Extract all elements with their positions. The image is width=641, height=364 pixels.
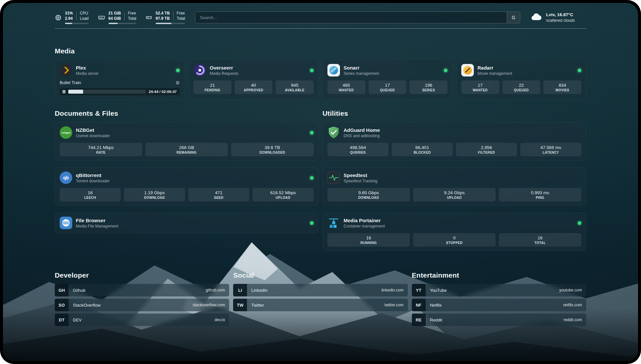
weather-widget: Lviv, 16.87°C scattered clouds bbox=[530, 12, 586, 23]
app-card-plex[interactable]: Plex Media server Bullet Train ⚙ bbox=[55, 60, 185, 100]
bookmark-reddit[interactable]: RE Reddit reddit.com bbox=[412, 314, 586, 326]
nzbget-icon: nzbget bbox=[60, 126, 72, 139]
bookmarks-social: Social LI LinkedIn linkedin.com TW Twitt… bbox=[233, 271, 408, 328]
section-title-developer: Developer bbox=[55, 271, 229, 279]
stat-value: 47.569 ms bbox=[522, 145, 580, 150]
app-card-overseerr[interactable]: Overseerr Media Requests 21 PENDING bbox=[189, 60, 319, 100]
stat-wanted: 485 WANTED bbox=[327, 80, 365, 94]
disk-total-value: 97.9 TB bbox=[156, 16, 170, 21]
bookmark-abbr: SO bbox=[55, 299, 69, 311]
app-name: Plex bbox=[76, 65, 99, 71]
app-subtitle: Media server bbox=[76, 71, 99, 76]
bookmark-twitter[interactable]: TW Twitter twitter.com bbox=[233, 299, 408, 311]
status-dot bbox=[176, 69, 180, 72]
cpu-label-bottom: Load bbox=[80, 16, 89, 21]
app-name: Overseerr bbox=[210, 65, 238, 71]
bookmark-youtube[interactable]: YT YouTube youtube.com bbox=[412, 284, 586, 296]
playback-progress-fill bbox=[68, 90, 83, 94]
bookmark-url: twitter.com bbox=[384, 303, 403, 307]
stat-download: 9.65 Gbps DOWNLOAD bbox=[327, 188, 410, 201]
app-subtitle: Series management bbox=[344, 71, 379, 76]
search-engine-button[interactable]: G bbox=[507, 12, 520, 23]
status-dot bbox=[578, 69, 581, 72]
bookmark-netflix[interactable]: NF Netflix netflix.com bbox=[412, 299, 586, 311]
cloud-icon bbox=[530, 12, 542, 23]
memory-free-value: 21 GiB bbox=[108, 11, 121, 16]
stat-label: MOVIES bbox=[545, 88, 580, 92]
stat-value: 16 bbox=[329, 235, 409, 240]
memory-progress-fill bbox=[108, 23, 118, 24]
pause-button[interactable] bbox=[63, 90, 65, 93]
bookmark-abbr: DT bbox=[55, 314, 69, 326]
app-card-nzbget[interactable]: nzbget NZBGet Usenet downloader 744.21 M… bbox=[55, 122, 319, 161]
top-bar: 31% 2.94 CPU Load bbox=[55, 11, 586, 24]
playback-progress-track[interactable] bbox=[68, 90, 146, 94]
stat-downloaded: 39.6 TB DOWNLOADED bbox=[231, 143, 314, 156]
cpu-usage-value: 31% bbox=[65, 11, 73, 16]
bookmarks-entertainment: Entertainment YT YouTube youtube.com NF … bbox=[412, 271, 586, 328]
search-bar[interactable]: G bbox=[195, 12, 520, 23]
stat-ping: 0.993 ms PING bbox=[499, 188, 581, 201]
disk-label-bottom: Total bbox=[177, 16, 185, 21]
stat-running: 16 RUNNING bbox=[327, 233, 410, 247]
bookmark-name: YouTube bbox=[430, 288, 447, 293]
gear-icon[interactable]: ⚙ bbox=[175, 80, 180, 85]
app-card-adguard[interactable]: AdGuard Home DNS and adblocking 498,564 … bbox=[322, 122, 586, 161]
stat-label: BLOCKED bbox=[393, 151, 451, 154]
stat-label: WANTED bbox=[463, 88, 498, 92]
bookmark-abbr: LI bbox=[233, 284, 247, 296]
stat-remaining: 266 GB REMAINING bbox=[145, 143, 228, 156]
app-name: Radarr bbox=[477, 65, 512, 71]
stat-value: 2,956 bbox=[457, 145, 516, 150]
section-title-social: Social bbox=[233, 271, 408, 279]
filebrowser-icon bbox=[60, 217, 72, 229]
bookmark-abbr: NF bbox=[412, 299, 426, 311]
stat-label: LATENCY bbox=[522, 151, 580, 154]
status-dot bbox=[444, 69, 447, 72]
memory-icon bbox=[98, 14, 105, 21]
app-card-radarr[interactable]: Radarr Movie management 17 WANTED 2 bbox=[456, 60, 586, 100]
app-card-qbittorrent[interactable]: qb qBittorrent Torrent downloader 16 LEE… bbox=[55, 167, 319, 206]
stat-value: 39.6 TB bbox=[232, 145, 312, 150]
section-title-entertainment: Entertainment bbox=[412, 271, 586, 279]
search-input[interactable] bbox=[195, 12, 507, 23]
stat-value: 834 bbox=[545, 83, 580, 88]
memory-label-bottom: Total bbox=[128, 16, 136, 21]
widget-divider bbox=[124, 12, 125, 20]
app-card-speedtest[interactable]: Speedtest Speedtest Tracking 9.65 Gbps D… bbox=[322, 167, 586, 206]
bookmark-stackoverflow[interactable]: SO StackOverflow stackoverflow.com bbox=[55, 299, 229, 311]
stat-download: 1.19 Gbps DOWNLOAD bbox=[124, 188, 185, 201]
stat-label: DOWNLOAD bbox=[329, 196, 409, 199]
app-card-sonarr[interactable]: Sonarr Series management 485 WANTED bbox=[322, 60, 452, 100]
weather-condition: scattered clouds bbox=[546, 18, 575, 23]
bookmark-abbr: TW bbox=[233, 299, 247, 311]
app-card-portainer[interactable]: Media Portainer Container management 16 … bbox=[322, 212, 586, 251]
bookmark-name: Netflix bbox=[430, 303, 442, 308]
app-name: Media Portainer bbox=[344, 218, 385, 223]
bookmark-name: Github bbox=[73, 288, 85, 293]
memory-total-value: 64 GiB bbox=[108, 16, 121, 21]
stat-label: LEECH bbox=[61, 196, 119, 199]
app-name: NZBGet bbox=[76, 127, 110, 133]
bookmark-linkedin[interactable]: LI LinkedIn linkedin.com bbox=[233, 284, 408, 296]
bookmark-name: StackOverflow bbox=[73, 303, 101, 308]
stat-queries: 498,564 QUERIES bbox=[327, 143, 388, 156]
app-name: Speedtest bbox=[344, 172, 378, 178]
app-subtitle: DNS and adblocking bbox=[344, 134, 380, 138]
stat-label: TOTAL bbox=[500, 241, 580, 245]
app-subtitle: Media Requests bbox=[210, 71, 238, 76]
stat-value: 498,564 bbox=[329, 145, 387, 150]
app-card-filebrowser[interactable]: File Browser Media File Management bbox=[55, 212, 319, 233]
memory-label-top: Free bbox=[128, 11, 136, 16]
app-name: AdGuard Home bbox=[344, 127, 380, 133]
bookmark-url: reddit.com bbox=[564, 318, 582, 322]
bookmark-dev[interactable]: DT DEV dev.to bbox=[55, 314, 229, 326]
stat-label: UPLOAD bbox=[254, 196, 312, 199]
memory-progress-track bbox=[108, 23, 136, 24]
cpu-label-top: CPU bbox=[80, 11, 89, 16]
stat-approved: 40 APPROVED bbox=[235, 80, 273, 94]
stat-available: 945 AVAILABLE bbox=[276, 80, 314, 94]
bookmark-github[interactable]: GH Github github.com bbox=[55, 284, 229, 296]
bookmark-url: github.com bbox=[206, 288, 225, 292]
app-subtitle: Usenet downloader bbox=[76, 134, 110, 138]
